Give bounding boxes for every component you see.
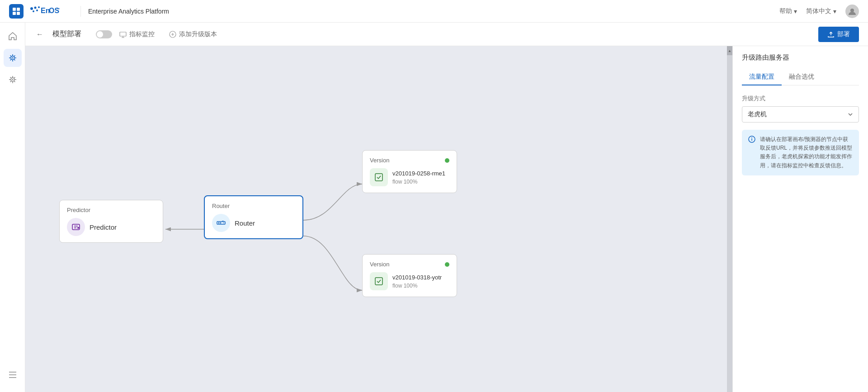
left-sidebar	[0, 23, 25, 392]
help-menu[interactable]: 帮助 ▾	[779, 7, 797, 15]
router-icon	[212, 214, 230, 232]
version-2-body: v201019-0318-yotr flow 100%	[370, 272, 449, 290]
lang-menu[interactable]: 简体中文 ▾	[806, 7, 836, 15]
sidebar-item-analytics2[interactable]	[4, 71, 22, 89]
svg-point-8	[36, 9, 38, 11]
nav-divider	[80, 6, 81, 17]
tab-traffic[interactable]: 流量配置	[742, 69, 782, 85]
deploy-button[interactable]: 部署	[818, 27, 859, 42]
version-1-status	[445, 158, 449, 163]
chevron-down-icon: ▾	[794, 8, 797, 15]
version-1-body: v201019-0258-rme1 flow 100%	[370, 168, 449, 186]
version-2-flow: flow 100%	[392, 283, 442, 289]
info-text: 请确认在部署画布/预测器的节点中获取反馈URL，并将反馈参数推送回模型服务后，老…	[760, 135, 853, 170]
monitor-icon	[119, 31, 127, 38]
info-box: 请确认在部署画布/预测器的节点中获取反馈URL，并将反馈参数推送回模型服务后，老…	[742, 130, 859, 175]
predictor-icon	[67, 218, 85, 236]
svg-point-28	[751, 137, 752, 138]
monitor-toggle[interactable]	[96, 30, 112, 38]
top-nav-right: 帮助 ▾ 简体中文 ▾	[779, 5, 859, 18]
svg-point-21	[77, 227, 79, 229]
page-header: ← 模型部署 指标监控 添加升级版本	[25, 23, 868, 46]
add-version-button[interactable]: 添加升级版本	[165, 28, 221, 40]
version-node-2[interactable]: Version v201019-0318-yotr flow 100	[362, 254, 457, 297]
version-1-header: Version	[370, 157, 449, 164]
version-1-title: Version	[370, 157, 389, 164]
scroll-up[interactable]: ▲	[727, 46, 732, 55]
svg-rect-26	[375, 278, 382, 285]
info-icon	[748, 136, 755, 170]
version-node-1[interactable]: Version v201019-0258-rme1 flow 100	[362, 150, 457, 193]
logo-area: En OS ™	[9, 4, 64, 19]
svg-point-6	[38, 6, 40, 8]
version-1-flow: flow 100%	[392, 179, 445, 185]
tab-fusion[interactable]: 融合选优	[782, 69, 821, 85]
canvas-scrollbar[interactable]: ▲	[727, 46, 732, 392]
svg-rect-1	[17, 8, 20, 11]
predictor-node-title: Predictor	[67, 207, 156, 213]
chevron-down-icon: ▾	[833, 8, 836, 15]
right-panel-header: 升级路由服务器 流量配置 融合选优	[733, 46, 868, 85]
predictor-node[interactable]: Predictor Predictor	[59, 200, 163, 243]
svg-point-24	[220, 222, 222, 224]
version-1-name: v201019-0258-rme1	[392, 170, 445, 177]
sidebar-item-menu[interactable]	[4, 366, 22, 384]
svg-point-12	[850, 9, 854, 12]
back-button[interactable]: ←	[34, 28, 45, 40]
svg-rect-25	[375, 174, 382, 181]
svg-rect-2	[13, 12, 16, 15]
router-node-title: Router	[212, 203, 295, 209]
enos-logo: En OS ™	[28, 5, 64, 18]
top-nav: En OS ™ Enterprise Analytics Platform 帮助…	[0, 0, 868, 23]
right-panel-body: 升级方式 老虎机	[733, 85, 868, 392]
svg-rect-20	[72, 224, 80, 230]
version-2-status	[445, 262, 449, 267]
svg-rect-0	[13, 8, 16, 11]
version-2-icon	[370, 272, 388, 290]
monitor-button[interactable]: 指标监控	[116, 28, 158, 40]
svg-rect-3	[17, 12, 20, 15]
monitor-toggle-wrapper: 指标监控	[96, 28, 158, 40]
sidebar-item-analytics1[interactable]	[4, 49, 22, 67]
version-1-icon	[370, 168, 388, 186]
upgrade-method-value: 老虎机	[748, 110, 767, 118]
sidebar-item-home[interactable]	[4, 27, 22, 45]
upgrade-method-select[interactable]: 老虎机	[742, 106, 859, 123]
canvas-container: Predictor Predictor R	[25, 46, 868, 392]
svg-point-16	[12, 79, 13, 80]
chevron-down-icon	[848, 112, 853, 117]
svg-rect-17	[120, 32, 126, 36]
home-icon[interactable]	[9, 4, 24, 19]
page-title: 模型部署	[52, 29, 81, 39]
router-node[interactable]: Router Router	[204, 195, 303, 239]
avatar[interactable]	[845, 5, 859, 18]
right-panel-tabs: 流量配置 融合选优	[742, 69, 859, 85]
right-panel-title: 升级路由服务器	[742, 53, 859, 62]
right-panel: 升级路由服务器 流量配置 融合选优 升级方式 老虎机	[732, 46, 868, 392]
upload-icon	[827, 31, 835, 38]
predictor-node-body: Predictor	[67, 218, 156, 236]
predictor-node-label: Predictor	[90, 223, 117, 231]
svg-point-5	[34, 6, 37, 9]
version-2-title: Version	[370, 261, 389, 268]
flow-canvas[interactable]: Predictor Predictor R	[25, 46, 727, 392]
main-layout: ← 模型部署 指标监控 添加升级版本	[0, 23, 868, 392]
version-2-name: v201019-0318-yotr	[392, 274, 442, 281]
svg-point-7	[33, 10, 34, 12]
svg-point-23	[218, 222, 220, 224]
upgrade-method-label: 升级方式	[742, 94, 859, 103]
router-node-body: Router	[212, 214, 295, 232]
sidebar-bottom	[4, 366, 22, 387]
svg-point-4	[30, 7, 33, 10]
content-area: ← 模型部署 指标监控 添加升级版本	[25, 23, 868, 392]
platform-title: Enterprise Analytics Platform	[88, 8, 169, 15]
version-2-header: Version	[370, 261, 449, 268]
plus-circle-icon	[169, 31, 176, 38]
svg-text:™: ™	[56, 7, 60, 11]
version-1-info: v201019-0258-rme1 flow 100%	[392, 170, 445, 185]
version-2-info: v201019-0318-yotr flow 100%	[392, 274, 442, 289]
router-node-label: Router	[235, 219, 255, 227]
svg-point-14	[12, 57, 13, 59]
